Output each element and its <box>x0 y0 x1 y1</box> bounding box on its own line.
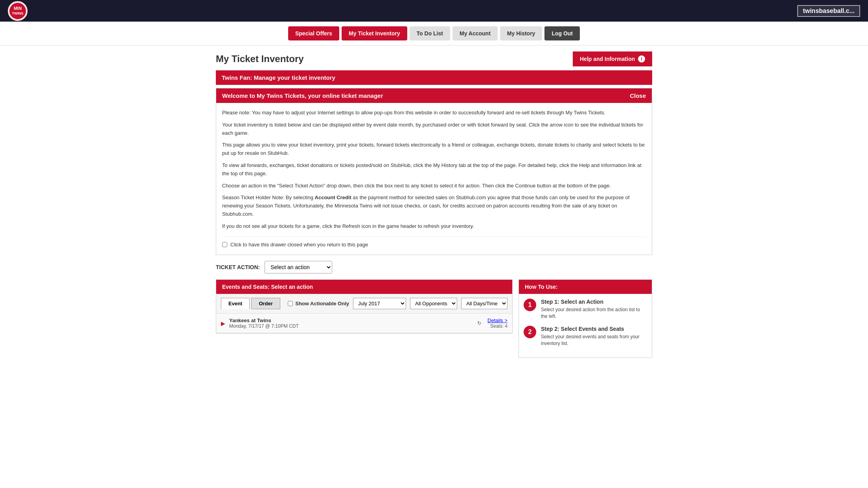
event-date: Monday, 7/17/17 @ 7:10PM CDT <box>229 323 471 329</box>
tab-event[interactable]: Event <box>221 298 250 309</box>
show-actionable-checkbox[interactable] <box>288 301 293 306</box>
nav-ticket-inventory[interactable]: My Ticket Inventory <box>342 26 407 40</box>
ticket-action-row: TICKET ACTION: Select an action Forward … <box>216 261 652 273</box>
red-banner: Twins Fan: Manage your ticket inventory <box>216 70 652 85</box>
main-columns: Events and Seats: Select an action Event… <box>216 279 652 358</box>
nav-my-account[interactable]: My Account <box>452 26 498 40</box>
welcome-para-4: To view all forwards, exchanges, ticket … <box>222 161 646 178</box>
ticket-action-select[interactable]: Select an action Forward Tickets Print T… <box>265 261 332 273</box>
ticket-action-label: TICKET ACTION: <box>216 264 260 270</box>
welcome-para-2: Your ticket inventory is listed below an… <box>222 121 646 138</box>
events-box: Events and Seats: Select an action Event… <box>216 279 513 334</box>
welcome-para-5: Choose an action in the "Select Ticket A… <box>222 182 646 190</box>
page-title: My Ticket Inventory <box>216 53 304 64</box>
svg-text:TWINS: TWINS <box>12 11 24 15</box>
svg-point-0 <box>9 2 26 20</box>
how-to-column: How To Use: 1 Step 1: Select an Action S… <box>519 279 652 358</box>
welcome-para-1: Please note: You may have to adjust your… <box>222 109 646 117</box>
how-to-step-1: 1 Step 1: Select an Action Select your d… <box>524 299 647 320</box>
how-to-content: 1 Step 1: Select an Action Select your d… <box>519 294 652 357</box>
event-details: Details > Seats: 4 <box>487 317 508 329</box>
team-logo: MIN TWINS <box>8 1 28 21</box>
welcome-box: Welcome to My Twins Tickets, your online… <box>216 88 652 255</box>
how-to-header: How To Use: <box>519 280 652 294</box>
drawer-checkbox[interactable] <box>222 242 227 247</box>
nav-bar: Special Offers My Ticket Inventory To Do… <box>0 22 868 46</box>
welcome-para-7: If you do not see all your tickets for a… <box>222 222 646 231</box>
nav-special-offers[interactable]: Special Offers <box>288 26 339 40</box>
step-1-number: 1 <box>524 299 536 311</box>
events-toolbar: Event Order Show Actionable Only June 20… <box>216 294 512 314</box>
welcome-title: Welcome to My Twins Tickets, your online… <box>222 92 383 99</box>
drawer-checkbox-label: Click to have this drawer closed when yo… <box>230 241 368 249</box>
view-tabs: Event Order <box>221 298 280 309</box>
account-credit-bold: Account Credit <box>315 194 351 200</box>
show-actionable-label: Show Actionable Only <box>295 301 349 306</box>
step-1-desc: Select your desired action from the acti… <box>541 306 647 320</box>
month-filter-select[interactable]: June 2017 July 2017 August 2017 Septembe… <box>353 298 406 309</box>
welcome-header: Welcome to My Twins Tickets, your online… <box>216 88 652 103</box>
nav-to-do-list[interactable]: To Do List <box>410 26 450 40</box>
event-info: Yankees at Twins Monday, 7/17/17 @ 7:10P… <box>229 317 471 329</box>
details-link[interactable]: Details > <box>487 317 508 323</box>
logo-area: MIN TWINS <box>8 1 28 21</box>
how-to-box: How To Use: 1 Step 1: Select an Action S… <box>519 279 652 358</box>
welcome-para-6: Season Ticket Holder Note: By selecting … <box>222 194 646 218</box>
seats-count: Seats: 4 <box>487 323 508 329</box>
events-header: Events and Seats: Select an action <box>216 280 512 294</box>
step-2-title: Step 2: Select Events and Seats <box>541 326 647 332</box>
days-filter-select[interactable]: All Days/Time <box>461 298 508 309</box>
welcome-close-button[interactable]: Close <box>630 92 646 99</box>
tab-order[interactable]: Order <box>251 298 280 309</box>
how-to-step-2: 2 Step 2: Select Events and Seats Select… <box>524 326 647 347</box>
event-name: Yankees at Twins <box>229 317 471 323</box>
step-2-number: 2 <box>524 326 536 338</box>
event-expand-arrow[interactable]: ▶ <box>221 320 225 327</box>
step-1-title: Step 1: Select an Action <box>541 299 647 305</box>
toolbar-right: Show Actionable Only June 2017 July 2017… <box>288 298 508 309</box>
drawer-checkbox-row: Click to have this drawer closed when yo… <box>222 237 646 249</box>
page-header: My Ticket Inventory Help and Information… <box>216 51 652 66</box>
step-1-text: Step 1: Select an Action Select your des… <box>541 299 647 320</box>
website-url: twinsbaseball.c... <box>797 5 860 17</box>
nav-my-history[interactable]: My History <box>500 26 542 40</box>
refresh-icon[interactable]: ↻ <box>477 320 482 326</box>
help-info-button[interactable]: Help and Information i <box>573 51 652 66</box>
page-content: My Ticket Inventory Help and Information… <box>208 46 660 364</box>
step-2-text: Step 2: Select Events and Seats Select y… <box>541 326 647 347</box>
show-actionable-row: Show Actionable Only <box>288 301 349 306</box>
help-info-label: Help and Information <box>580 56 635 62</box>
opponents-filter-select[interactable]: All Opponents <box>410 298 457 309</box>
event-row: ▶ Yankees at Twins Monday, 7/17/17 @ 7:1… <box>216 314 512 333</box>
svg-text:MIN: MIN <box>14 6 22 11</box>
step-2-desc: Select your desired events and seats fro… <box>541 334 647 347</box>
welcome-content: Please note: You may have to adjust your… <box>216 103 652 255</box>
events-column: Events and Seats: Select an action Event… <box>216 279 513 358</box>
nav-log-out[interactable]: Log Out <box>544 26 580 40</box>
top-bar: MIN TWINS twinsbaseball.c... <box>0 0 868 22</box>
info-icon: i <box>638 55 645 62</box>
welcome-para-3: This page allows you to view your ticket… <box>222 141 646 158</box>
